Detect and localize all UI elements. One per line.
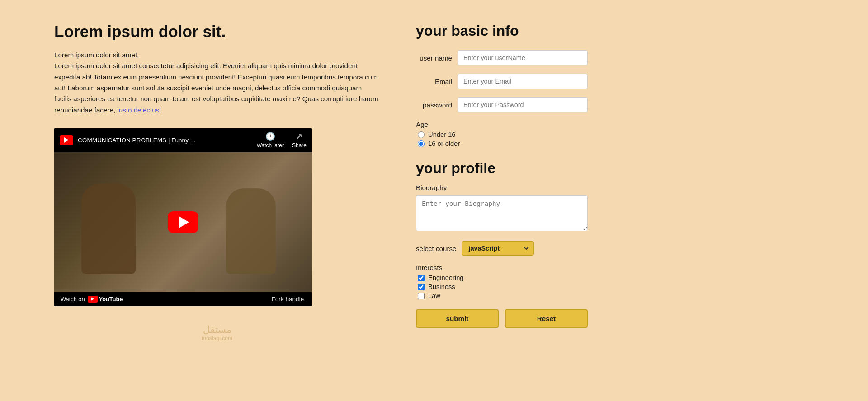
password-label: password [416, 101, 452, 109]
course-label: select course [416, 245, 456, 252]
password-input[interactable] [458, 97, 588, 112]
username-row: user name [416, 50, 588, 65]
interests-checkbox-group: Engineering Business Law [416, 274, 588, 299]
watch-on-text: Watch on YouTube [61, 296, 123, 303]
watermark-area: مستقل mostaql.com [54, 324, 380, 341]
password-row: password [416, 97, 588, 112]
fork-text: Fork handle. [271, 296, 306, 303]
reset-button[interactable]: Reset [505, 309, 588, 328]
age-16orolder-radio[interactable] [418, 140, 425, 147]
course-row: select course javaScript Python CSS HTML [416, 241, 588, 256]
username-label: user name [416, 54, 452, 62]
share-label: Share [292, 142, 307, 149]
share-button[interactable]: ↗ Share [292, 132, 307, 149]
profile-title: your profile [416, 160, 588, 177]
watermark-url: mostaql.com [54, 335, 380, 341]
video-actions: 🕐 Watch later ↗ Share [257, 132, 307, 149]
biography-label: Biography [416, 184, 588, 191]
interest-law-option[interactable]: Law [418, 292, 588, 299]
age-16orolder-option[interactable]: 16 or older [418, 140, 588, 147]
age-section: Age Under 16 16 or older [416, 121, 588, 147]
course-select[interactable]: javaScript Python CSS HTML [462, 241, 534, 256]
interest-engineering-checkbox[interactable] [418, 275, 425, 281]
left-section: Lorem ipsum dolor sit. Lorem ipsum dolor… [54, 23, 380, 378]
submit-button[interactable]: submit [416, 309, 499, 328]
biography-section: Biography [416, 184, 588, 241]
interest-business-label: Business [428, 283, 455, 290]
email-label: Email [416, 78, 452, 85]
interest-law-checkbox[interactable] [418, 293, 425, 299]
watch-later-button[interactable]: 🕐 Watch later [257, 132, 284, 149]
desc-body: Lorem ipsum dolor sit amet consectetur a… [54, 61, 380, 116]
interests-section: Interests Engineering Business Law [416, 264, 588, 299]
interest-law-label: Law [428, 292, 440, 299]
age-under16-label: Under 16 [428, 131, 456, 138]
biography-textarea[interactable] [416, 195, 588, 231]
age-under16-radio[interactable] [418, 131, 425, 138]
interests-label: Interests [416, 264, 588, 271]
video-container: COMMUNICATION PROBLEMS | Funny ... 🕐 Wat… [54, 128, 312, 306]
age-under16-option[interactable]: Under 16 [418, 131, 588, 138]
right-section: your basic info user name Email password… [416, 23, 588, 378]
email-row: Email [416, 74, 588, 89]
video-top-bar: COMMUNICATION PROBLEMS | Funny ... 🕐 Wat… [54, 128, 312, 152]
interest-business-checkbox[interactable] [418, 284, 425, 290]
figure-right [226, 188, 276, 274]
watch-later-label: Watch later [257, 142, 284, 149]
interest-engineering-label: Engineering [428, 274, 464, 281]
video-thumbnail[interactable] [54, 152, 312, 292]
yt-mini-icon [88, 296, 98, 303]
basic-info-title: your basic info [416, 23, 588, 39]
clock-icon: 🕐 [265, 132, 275, 141]
email-input[interactable] [458, 74, 588, 89]
age-radio-group: Under 16 16 or older [416, 131, 588, 147]
main-title: Lorem ipsum dolor sit. [54, 23, 380, 41]
username-input[interactable] [458, 50, 588, 65]
interest-business-option[interactable]: Business [418, 283, 588, 290]
share-icon: ↗ [296, 132, 302, 141]
desc-link[interactable]: iusto delectus! [117, 106, 161, 114]
figure-left [81, 184, 136, 274]
age-16orolder-label: 16 or older [428, 140, 460, 147]
age-label: Age [416, 121, 588, 128]
youtube-icon [60, 135, 73, 145]
description: Lorem ipsum dolor sit amet. Lorem ipsum … [54, 50, 380, 116]
video-bottom-bar: Watch on YouTube Fork handle. [54, 292, 312, 306]
play-button[interactable] [168, 211, 198, 233]
interest-engineering-option[interactable]: Engineering [418, 274, 588, 281]
button-row: submit Reset [416, 309, 588, 328]
desc-line1: Lorem ipsum dolor sit amet. [54, 50, 380, 61]
youtube-logo: YouTube [88, 296, 123, 303]
watermark-logo: مستقل [54, 324, 380, 335]
video-title: COMMUNICATION PROBLEMS | Funny ... [78, 137, 252, 144]
